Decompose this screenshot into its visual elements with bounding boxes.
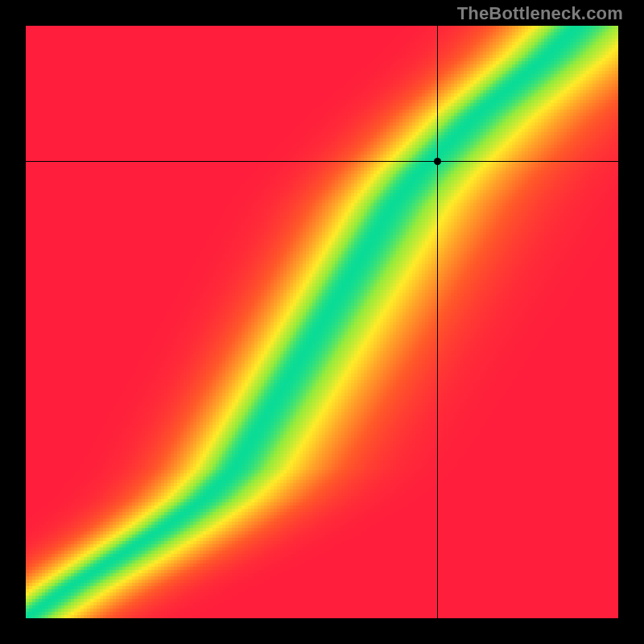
marker-dot xyxy=(434,158,441,165)
crosshair-vertical xyxy=(437,26,438,618)
watermark-text: TheBottleneck.com xyxy=(457,3,623,24)
heatmap-plot-area xyxy=(26,26,618,618)
heatmap-canvas xyxy=(26,26,618,618)
crosshair-horizontal xyxy=(26,161,618,162)
chart-frame: TheBottleneck.com xyxy=(0,0,644,644)
